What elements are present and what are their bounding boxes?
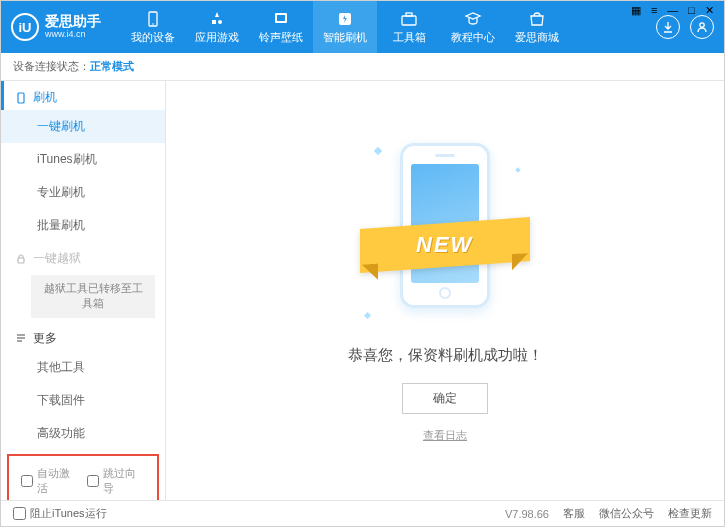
version-label: V7.98.66	[505, 508, 549, 520]
sidebar: 刷机 一键刷机 iTunes刷机 专业刷机 批量刷机 一键越狱 越狱工具已转移至…	[1, 81, 166, 500]
sidebar-item-download-firmware[interactable]: 下载固件	[1, 384, 165, 417]
status-label: 设备连接状态：	[13, 59, 90, 74]
grid-icon[interactable]: ▦	[628, 4, 644, 17]
checkbox-skip-guide[interactable]: 跳过向导	[87, 466, 145, 496]
tutorial-icon	[463, 10, 483, 28]
toolbox-icon	[399, 10, 419, 28]
auto-activate-input[interactable]	[21, 475, 33, 487]
sidebar-section-more[interactable]: 更多	[1, 322, 165, 351]
flash-icon	[335, 10, 355, 28]
jailbreak-note: 越狱工具已转移至工具箱	[31, 275, 155, 318]
success-message: 恭喜您，保资料刷机成功啦！	[348, 346, 543, 365]
svg-point-7	[700, 23, 704, 27]
device-icon	[143, 10, 163, 28]
sidebar-section-flash[interactable]: 刷机	[1, 81, 165, 110]
svg-rect-9	[18, 258, 24, 263]
logo-icon: iU	[11, 13, 39, 41]
nav-toolbox[interactable]: 工具箱	[377, 1, 441, 53]
logo-url: www.i4.cn	[45, 30, 101, 40]
svg-rect-8	[18, 93, 24, 103]
sidebar-item-other-tools[interactable]: 其他工具	[1, 351, 165, 384]
maximize-icon[interactable]: □	[685, 4, 698, 17]
ringtone-icon	[271, 10, 291, 28]
svg-rect-5	[402, 16, 416, 25]
list-icon	[15, 332, 27, 344]
sidebar-item-pro-flash[interactable]: 专业刷机	[1, 176, 165, 209]
close-icon[interactable]: ✕	[702, 4, 717, 17]
main-content: NEW 恭喜您，保资料刷机成功啦！ 确定 查看日志	[166, 81, 724, 500]
svg-point-1	[152, 23, 154, 25]
footer-link-support[interactable]: 客服	[563, 506, 585, 521]
lock-icon	[15, 253, 27, 265]
view-log-link[interactable]: 查看日志	[423, 428, 467, 443]
nav-store[interactable]: 爱思商城	[505, 1, 569, 53]
status-bar: 设备连接状态： 正常模式	[1, 53, 724, 81]
success-illustration: NEW	[365, 138, 525, 328]
store-icon	[527, 10, 547, 28]
footer-link-update[interactable]: 检查更新	[668, 506, 712, 521]
nav-my-device[interactable]: 我的设备	[121, 1, 185, 53]
phone-icon	[15, 92, 27, 104]
svg-rect-6	[406, 13, 412, 16]
block-itunes-checkbox[interactable]: 阻止iTunes运行	[13, 506, 107, 521]
svg-rect-3	[277, 15, 285, 21]
minimize-icon[interactable]: ―	[664, 4, 681, 17]
footer-link-wechat[interactable]: 微信公众号	[599, 506, 654, 521]
nav-tutorials[interactable]: 教程中心	[441, 1, 505, 53]
logo[interactable]: iU 爱思助手 www.i4.cn	[11, 13, 101, 41]
checkbox-auto-activate[interactable]: 自动激活	[21, 466, 79, 496]
sidebar-item-batch-flash[interactable]: 批量刷机	[1, 209, 165, 242]
checkbox-highlight-box: 自动激活 跳过向导	[7, 454, 159, 500]
footer: 阻止iTunes运行 V7.98.66 客服 微信公众号 检查更新	[1, 500, 724, 526]
nav-ringtones[interactable]: 铃声壁纸	[249, 1, 313, 53]
logo-title: 爱思助手	[45, 14, 101, 29]
sidebar-section-jailbreak: 一键越狱	[1, 242, 165, 271]
window-controls: ▦ ≡ ― □ ✕	[628, 4, 717, 17]
menu-icon[interactable]: ≡	[648, 4, 660, 17]
sidebar-item-advanced[interactable]: 高级功能	[1, 417, 165, 450]
sidebar-item-itunes-flash[interactable]: iTunes刷机	[1, 143, 165, 176]
nav-apps-games[interactable]: 应用游戏	[185, 1, 249, 53]
skip-guide-input[interactable]	[87, 475, 99, 487]
user-button[interactable]	[690, 15, 714, 39]
header: iU 爱思助手 www.i4.cn 我的设备 应用游戏 铃声壁纸 智能刷机	[1, 1, 724, 53]
block-itunes-input[interactable]	[13, 507, 26, 520]
confirm-button[interactable]: 确定	[402, 383, 488, 414]
apps-icon	[207, 10, 227, 28]
nav-smart-flash[interactable]: 智能刷机	[313, 1, 377, 53]
download-button[interactable]	[656, 15, 680, 39]
main-nav: 我的设备 应用游戏 铃声壁纸 智能刷机 工具箱 教程中心	[121, 1, 656, 53]
status-mode: 正常模式	[90, 59, 134, 74]
new-ribbon: NEW	[360, 217, 530, 273]
sidebar-item-oneclick-flash[interactable]: 一键刷机	[1, 110, 165, 143]
